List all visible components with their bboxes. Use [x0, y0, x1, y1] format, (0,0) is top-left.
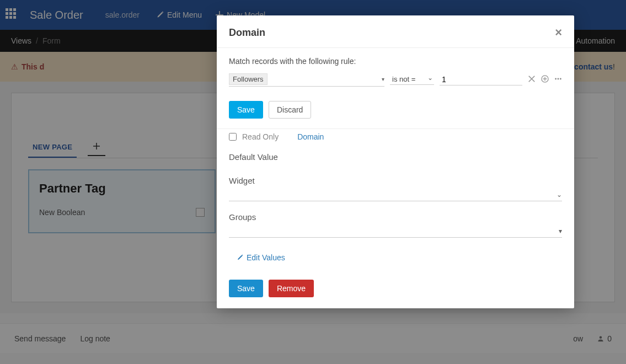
pencil-icon: [237, 254, 243, 261]
modal-discard-button[interactable]: Discard: [269, 101, 311, 119]
field-properties: Read Only Domain Default Value Widget ⌄ …: [217, 127, 574, 273]
field-selector[interactable]: Followers ▾: [229, 72, 384, 87]
edit-values-label: Edit Values: [247, 253, 285, 262]
readonly-label: Read Only: [242, 132, 279, 141]
rule-row: Followers ▾ is not =: [229, 72, 562, 87]
add-rule-icon[interactable]: [541, 75, 549, 84]
svg-point-3: [560, 78, 561, 79]
domain-modal: Domain × Match records with the followin…: [217, 15, 574, 308]
operator-select-wrap: is not =: [390, 74, 434, 85]
edit-values-link[interactable]: Edit Values: [237, 253, 285, 262]
modal-header: Domain ×: [217, 15, 574, 47]
chevron-down-icon: ▾: [382, 76, 384, 82]
modal-title: Domain: [229, 27, 265, 39]
remove-rule-icon[interactable]: [528, 75, 536, 84]
widget-row: Widget ⌄: [229, 170, 562, 207]
default-value-label: Default Value: [229, 152, 562, 162]
default-value-row: Default Value: [229, 147, 562, 170]
rule-label: Match records with the following rule:: [229, 57, 562, 66]
readonly-domain-link[interactable]: Domain: [297, 132, 324, 141]
field-tag: Followers: [229, 73, 267, 85]
chevron-down-icon: ▾: [559, 227, 562, 235]
value-input[interactable]: [440, 74, 522, 85]
svg-point-2: [558, 78, 559, 79]
widget-label: Widget: [229, 176, 562, 185]
panel-footer-actions: Save Remove: [217, 273, 574, 308]
groups-label: Groups: [229, 212, 562, 222]
save-button[interactable]: Save: [229, 280, 263, 297]
close-icon[interactable]: ×: [555, 25, 562, 40]
widget-select[interactable]: ⌄: [229, 189, 562, 201]
readonly-checkbox[interactable]: [229, 133, 237, 141]
operator-select[interactable]: is not =: [390, 74, 434, 85]
groups-select[interactable]: ▾: [229, 225, 562, 238]
svg-point-1: [555, 78, 557, 79]
modal-body: Match records with the following rule: F…: [217, 47, 574, 129]
readonly-row: Read Only Domain: [229, 127, 562, 147]
more-rule-icon[interactable]: [554, 75, 562, 84]
chevron-down-icon: ⌄: [557, 191, 562, 199]
remove-button[interactable]: Remove: [269, 280, 314, 297]
modal-save-button[interactable]: Save: [229, 101, 263, 119]
groups-row: Groups ▾: [229, 207, 562, 243]
